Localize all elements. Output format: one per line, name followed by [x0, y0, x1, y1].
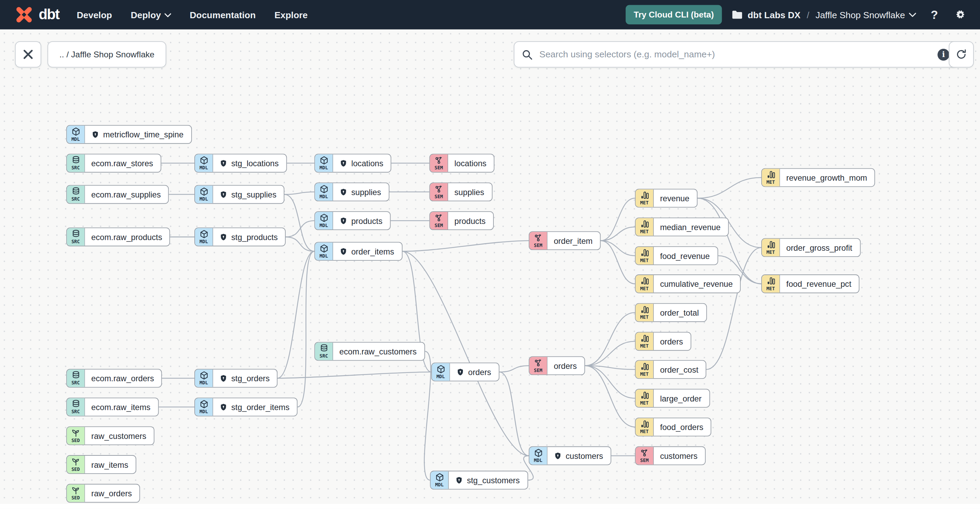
graph-node-food_revenue_pct[interactable]: METfood_revenue_pct: [761, 274, 859, 293]
shield-lock-icon: [339, 159, 347, 167]
close-lineage-button[interactable]: [15, 41, 41, 67]
graph-node-order_total[interactable]: METorder_total: [635, 303, 707, 322]
info-icon[interactable]: i: [937, 48, 950, 60]
graph-node-stg_products[interactable]: MDLstg_products: [194, 228, 286, 247]
database-icon: SRC: [67, 369, 85, 387]
metric-bars-icon: MET: [636, 275, 654, 293]
gear-icon[interactable]: [953, 6, 969, 23]
cube-icon: MDL: [315, 154, 333, 172]
graph-node-revenue_growth_mom[interactable]: METrevenue_growth_mom: [761, 168, 875, 187]
graph-node-stg_customers[interactable]: MDLstg_customers: [430, 471, 528, 490]
node-label: customers: [654, 447, 705, 464]
graph-node-stg_order_items[interactable]: MDLstg_order_items: [194, 398, 298, 417]
node-label: metricflow_time_spine: [85, 126, 191, 143]
project-name[interactable]: Jaffle Shop Snowflake: [816, 10, 916, 19]
graph-node-raw_items_src[interactable]: SRCecom.raw_items: [66, 398, 159, 417]
selector-search[interactable]: i: [514, 41, 957, 67]
node-label: products: [448, 212, 493, 229]
search-input[interactable]: [538, 49, 932, 60]
close-icon: [23, 49, 33, 59]
node-label: ecom.raw_customers: [333, 342, 424, 360]
graph-node-products_mdl[interactable]: MDLproducts: [315, 211, 391, 230]
nav-item-develop[interactable]: Develop: [76, 10, 112, 19]
node-label: food_orders: [654, 418, 711, 436]
lineage-nodes-layer: MDLmetricflow_time_spineSRCecom.raw_stor…: [0, 0, 980, 509]
dbt-logo[interactable]: dbt: [14, 5, 59, 25]
cube-icon: MDL: [67, 126, 85, 143]
graph-node-raw_stores_src[interactable]: SRCecom.raw_stores: [66, 154, 161, 173]
graph-node-revenue[interactable]: METrevenue: [635, 189, 697, 208]
database-icon: SRC: [67, 228, 85, 246]
graph-node-orders_sem[interactable]: SEMorders: [529, 356, 585, 375]
graph-node-order_item_sem[interactable]: SEMorder_item: [529, 231, 601, 250]
database-icon: SRC: [67, 186, 85, 203]
graph-node-cumulative_revenue[interactable]: METcumulative_revenue: [635, 274, 741, 293]
graph-node-supplies_sem[interactable]: SEMsupplies: [429, 182, 492, 201]
shield-lock-icon: [457, 368, 465, 376]
bottom-scroll-strip[interactable]: [0, 504, 980, 509]
cube-icon: MDL: [530, 447, 548, 464]
graph-node-locations_mdl[interactable]: MDLlocations: [315, 154, 391, 173]
graph-node-customers_mdl[interactable]: MDLcustomers: [529, 447, 611, 465]
graph-node-stg_supplies[interactable]: MDLstg_supplies: [194, 185, 285, 204]
node-label: order_item: [547, 232, 600, 249]
node-label: ecom.raw_items: [85, 398, 158, 415]
metric-bars-icon: MET: [636, 390, 654, 407]
chevron-down-icon: [909, 12, 916, 17]
help-icon[interactable]: ?: [926, 6, 943, 23]
metric-bars-icon: MET: [636, 218, 654, 235]
breadcrumb-separator: /: [805, 10, 811, 19]
cube-icon: MDL: [431, 471, 449, 489]
nav-item-documentation[interactable]: Documentation: [189, 10, 256, 19]
seedling-icon: SED: [67, 427, 85, 444]
cube-icon: MDL: [315, 212, 333, 229]
cube-icon: MDL: [432, 363, 450, 381]
graph-node-raw_supplies_src[interactable]: SRCecom.raw_supplies: [66, 185, 169, 204]
account-breadcrumb[interactable]: dbt Labs DX / Jaffle Shop Snowflake: [732, 10, 916, 19]
graph-node-stg_orders[interactable]: MDLstg_orders: [194, 369, 278, 388]
graph-node-orders_mdl[interactable]: MDLorders: [431, 363, 499, 382]
account-name[interactable]: dbt Labs DX: [748, 10, 800, 19]
graph-node-food_orders[interactable]: METfood_orders: [635, 418, 711, 437]
graph-node-large_order[interactable]: METlarge_order: [635, 389, 710, 408]
semantic-graph-icon: SEM: [430, 212, 448, 229]
nav-item-deploy[interactable]: Deploy: [131, 10, 171, 19]
graph-node-raw_orders_src[interactable]: SRCecom.raw_orders: [66, 369, 162, 388]
main-nav: DevelopDeployDocumentationExplore: [76, 10, 308, 19]
try-cloud-cli-button[interactable]: Try Cloud CLI (beta): [626, 5, 722, 24]
refresh-lineage-button[interactable]: [949, 41, 974, 67]
graph-node-median_revenue[interactable]: METmedian_revenue: [635, 217, 729, 236]
nav-item-explore[interactable]: Explore: [274, 10, 308, 19]
node-label: raw_customers: [85, 427, 154, 444]
graph-node-raw_orders_seed[interactable]: SEDraw_orders: [66, 484, 140, 503]
graph-node-stg_locations[interactable]: MDLstg_locations: [194, 154, 287, 173]
graph-node-locations_sem[interactable]: SEMlocations: [429, 154, 495, 173]
graph-node-raw_customers_src[interactable]: SRCecom.raw_customers: [315, 342, 425, 361]
graph-node-order_items_mdl[interactable]: MDLorder_items: [315, 242, 402, 261]
node-label: order_cost: [654, 361, 706, 378]
graph-node-raw_items_seed[interactable]: SEDraw_items: [66, 455, 136, 474]
shield-lock-icon: [554, 452, 562, 460]
shield-lock-icon: [339, 188, 347, 196]
shield-lock-icon: [339, 247, 347, 256]
lineage-breadcrumb[interactable]: .. / Jaffle Shop Snowflake: [48, 41, 166, 67]
graph-node-food_revenue[interactable]: METfood_revenue: [635, 246, 718, 265]
graph-node-order_cost[interactable]: METorder_cost: [635, 360, 706, 379]
graph-node-order_gross_profit[interactable]: METorder_gross_profit: [761, 238, 861, 257]
cube-icon: MDL: [195, 186, 213, 203]
graph-node-products_sem[interactable]: SEMproducts: [429, 211, 493, 230]
node-label: order_total: [654, 304, 706, 321]
graph-node-raw_products_src[interactable]: SRCecom.raw_products: [66, 228, 170, 247]
metric-bars-icon: MET: [636, 418, 654, 436]
metric-bars-icon: MET: [636, 332, 654, 350]
node-label: raw_orders: [85, 485, 139, 502]
graph-node-orders_met[interactable]: METorders: [635, 332, 691, 351]
graph-node-raw_customers_seed[interactable]: SEDraw_customers: [66, 426, 154, 445]
node-label: stg_locations: [213, 154, 286, 172]
node-label: order_items: [333, 242, 402, 260]
graph-node-supplies_mdl[interactable]: MDLsupplies: [315, 182, 390, 201]
shield-lock-icon: [91, 130, 100, 139]
graph-node-mts[interactable]: MDLmetricflow_time_spine: [66, 125, 192, 144]
cube-icon: MDL: [195, 154, 213, 172]
graph-node-customers_sem[interactable]: SEMcustomers: [635, 447, 706, 465]
